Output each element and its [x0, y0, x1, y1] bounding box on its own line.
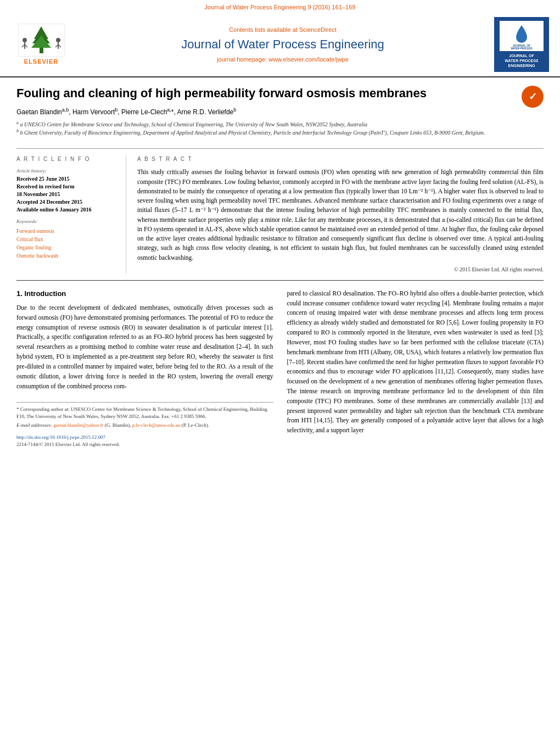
body-divider: [16, 280, 544, 281]
svg-text:WATER PROCESS: WATER PROCESS: [511, 47, 532, 50]
intro-left-text: Due to the recent development of dedicat…: [16, 303, 273, 391]
available-date: Available online 6 January 2016: [16, 206, 117, 214]
article-info-col: A R T I C L E I N F O Article history: R…: [16, 155, 126, 274]
email-note: E-mail addresses: gaetan.blandin@yahoo.f…: [16, 422, 273, 429]
body-right-col: pared to classical RO desalination. The …: [287, 289, 544, 448]
keyword-3: Organic fouling: [16, 243, 117, 252]
email1-link[interactable]: gaetan.blandin@yahoo.fr: [53, 422, 103, 428]
authors-line: Gaetan Blandina,b, Harm Vervoortb, Pierr…: [16, 107, 516, 117]
intro-right-text: pared to classical RO desalination. The …: [287, 289, 544, 436]
revised-date: Received in revised form18 November 2015: [16, 183, 117, 198]
abstract-col: A B S T R A C T This study critically as…: [137, 155, 544, 274]
journal-homepage: journal homepage: www.elsevier.com/locat…: [71, 55, 494, 64]
elsevier-logo: ELSEVIER: [11, 24, 71, 66]
abstract-header: A B S T R A C T: [137, 155, 544, 163]
wpe-logo-svg: JOURNAL OF WATER PROCESS: [502, 21, 541, 51]
copyright-line: © 2015 Elsevier Ltd. All rights reserved…: [137, 266, 544, 274]
header-center: Contents lists available at ScienceDirec…: [71, 26, 494, 64]
article-info-header: A R T I C L E I N F O: [16, 155, 117, 163]
keyword-4: Osmotic backwash: [16, 252, 117, 260]
crossmark-icon[interactable]: ✓: [522, 86, 544, 108]
corresponding-author-note: * Corresponding author at: UNESCO Centre…: [16, 406, 273, 420]
journal-top-bar: Journal of Water Process Engineering 9 (…: [0, 0, 560, 13]
journal-logo-box: JOURNAL OF WATER PROCESS JOURNAL OFWATER…: [494, 17, 549, 72]
svg-point-5: [23, 38, 27, 42]
doi-bar: http://dx.doi.org/10.1016/j.jwpe.2015.12…: [16, 434, 273, 448]
body-left-col: 1. Introduction Due to the recent develo…: [16, 289, 273, 448]
issn-line: 2214-7144/© 2015 Elsevier Ltd. All right…: [16, 442, 120, 447]
intro-section-title: 1. Introduction: [16, 289, 273, 299]
main-content: Fouling and cleaning of high permeabilit…: [0, 77, 560, 456]
svg-point-9: [56, 38, 60, 42]
title-row: Fouling and cleaning of high permeabilit…: [16, 86, 544, 142]
keywords-section: Keywords: Forward osmosis Critical flux …: [16, 218, 117, 260]
sciencedirect-line: Contents lists available at ScienceDirec…: [71, 26, 494, 34]
sciencedirect-link-text[interactable]: ScienceDirect: [299, 26, 337, 33]
affiliations: a a UNESCO Centre for Membrane Science a…: [16, 120, 516, 137]
accepted-date: Accepted 24 December 2015: [16, 198, 117, 206]
body-section: 1. Introduction Due to the recent develo…: [16, 289, 544, 448]
wpe-logo-caption: JOURNAL OFWATER PROCESSENGINEERING: [505, 53, 539, 68]
elsevier-tree-icon: [18, 24, 65, 57]
keyword-1: Forward osmosis: [16, 227, 117, 235]
journal-logo-inner: JOURNAL OF WATER PROCESS: [500, 21, 544, 51]
abstract-text: This study critically assesses the fouli…: [137, 168, 544, 263]
page-header: ELSEVIER Contents lists available at Sci…: [0, 13, 560, 77]
footnote-section: * Corresponding author at: UNESCO Centre…: [16, 402, 273, 428]
homepage-url[interactable]: www.elsevier.com/locate/jwpe: [268, 56, 349, 63]
keyword-2: Critical flux: [16, 235, 117, 243]
article-title: Fouling and cleaning of high permeabilit…: [16, 86, 516, 101]
affiliation-a: a a UNESCO Centre for Membrane Science a…: [16, 120, 516, 129]
article-history: Article history: Received 25 June 2015 R…: [16, 168, 117, 214]
keywords-label: Keywords:: [16, 218, 117, 225]
doi-link[interactable]: http://dx.doi.org/10.1016/j.jwpe.2015.12…: [16, 434, 105, 440]
divider-1: [16, 148, 544, 149]
journal-title: Journal of Water Process Engineering: [71, 36, 494, 53]
title-area: Fouling and cleaning of high permeabilit…: [16, 86, 516, 142]
elsevier-label: ELSEVIER: [24, 58, 58, 66]
affiliation-b: b b Ghent University, Faculty of Bioscie…: [16, 129, 516, 137]
info-abstract-section: A R T I C L E I N F O Article history: R…: [16, 155, 544, 274]
received-date: Received 25 June 2015: [16, 175, 117, 183]
history-label: Article history:: [16, 168, 117, 175]
journal-citation: Journal of Water Process Engineering 9 (…: [205, 4, 356, 10]
email2-link[interactable]: p.le-clech@unsw.edu.au: [132, 422, 181, 428]
